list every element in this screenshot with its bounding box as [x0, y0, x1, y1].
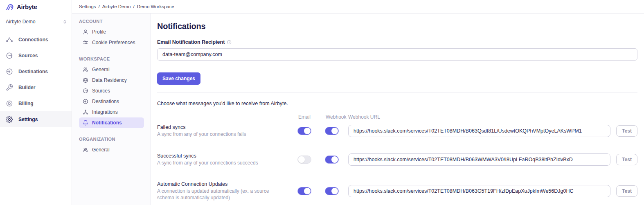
breadcrumb-separator: /: [133, 4, 134, 9]
wrench-icon: [6, 84, 13, 91]
email-toggle[interactable]: [297, 127, 311, 135]
workspace-selector[interactable]: Airbyte Demo: [0, 16, 72, 28]
settings-nav-label: Notifications: [92, 120, 122, 126]
notification-row-description: A sync from any of your connections fail…: [157, 131, 284, 138]
breadcrumb-demo-workspace[interactable]: Demo Workspace: [137, 4, 174, 9]
section-title: WORKSPACE: [79, 56, 144, 61]
column-header-webhook: Webhook: [325, 114, 348, 120]
page-title: Notifications: [157, 22, 637, 31]
column-header-webhook-url: Webhook URL: [348, 114, 610, 120]
section-title: ORGANIZATION: [79, 137, 144, 142]
settings-nav-item-sources[interactable]: Sources: [79, 86, 144, 96]
destination-icon: [6, 68, 13, 75]
table-header-row: Email Webhook Webhook URL: [157, 114, 637, 120]
airbyte-logo-icon: [5, 2, 14, 11]
settings-nav-item-notifications[interactable]: Notifications: [79, 117, 144, 128]
settings-nav-label: Cookie Preferences: [92, 40, 135, 45]
webhook-toggle[interactable]: [325, 127, 339, 135]
notification-row-description: A connection is updated automatically (e…: [157, 188, 284, 201]
settings-nav-section-workspace: WORKSPACE General: [79, 56, 144, 128]
users-icon: [83, 67, 88, 72]
settings-nav-item-integrations[interactable]: Integrations: [79, 107, 144, 117]
user-icon: [83, 29, 88, 35]
column-header-email: Email: [297, 114, 325, 120]
settings-nav-label: General: [92, 67, 110, 72]
settings-nav-label: Data Residency: [92, 77, 127, 83]
sidebar-item-builder[interactable]: Builder: [0, 79, 72, 95]
notifications-intro-text: Choose what messages you'd like to recei…: [157, 101, 637, 106]
email-toggle[interactable]: [297, 155, 311, 164]
sidebar-item-connections[interactable]: Connections: [0, 32, 72, 47]
test-webhook-button[interactable]: Test: [616, 154, 637, 165]
settings-nav-item-destinations[interactable]: Destinations: [79, 96, 144, 107]
test-webhook-button[interactable]: Test: [616, 125, 637, 137]
settings-nav-item-general[interactable]: General: [79, 64, 144, 75]
settings-nav: ACCOUNT Profile: [72, 14, 151, 205]
sidebar-item-billing[interactable]: Billing: [0, 95, 72, 111]
sidebar-item-label: Connections: [18, 37, 48, 43]
sliders-icon: [83, 40, 88, 45]
notifications-page: Notifications Email Notification Recipie…: [151, 14, 644, 205]
email-recipient-input[interactable]: [157, 48, 637, 61]
settings-nav-item-data-residency[interactable]: Data Residency: [79, 75, 144, 86]
save-changes-button[interactable]: Save changes: [157, 72, 200, 85]
info-icon[interactable]: [227, 40, 232, 45]
email-recipient-label: Email Notification Recipient: [157, 39, 225, 45]
main-sidebar: Airbyte Airbyte Demo Connections: [0, 0, 72, 205]
settings-nav-label: Profile: [92, 29, 106, 35]
workspace-selector-label: Airbyte Demo: [6, 19, 36, 25]
airbyte-wordmark: Airbyte: [17, 3, 37, 10]
notification-row-description: A sync from any of your connections succ…: [157, 160, 284, 167]
settings-nav-label: Destinations: [92, 99, 119, 104]
sidebar-item-label: Destinations: [18, 69, 48, 74]
breadcrumb-separator: /: [99, 4, 100, 9]
integrations-icon: [83, 109, 88, 115]
webhook-url-input[interactable]: [348, 185, 610, 197]
notification-row-title: Failed syncs: [157, 124, 284, 130]
settings-nav-label: Sources: [92, 88, 110, 94]
table-row: Successful syncs A sync from any of your…: [157, 153, 637, 167]
sidebar-item-label: Billing: [18, 101, 34, 106]
breadcrumb: Settings / Airbyte Demo / Demo Workspace: [72, 0, 644, 14]
table-row: Failed syncs A sync from any of your con…: [157, 124, 637, 138]
connections-icon: [6, 36, 13, 43]
settings-nav-label: Integrations: [92, 109, 118, 115]
bell-icon: [83, 120, 88, 126]
settings-nav-item-org-general[interactable]: General: [79, 144, 144, 155]
sidebar-item-label: Builder: [18, 85, 35, 90]
app-window: Airbyte Airbyte Demo Connections: [0, 0, 644, 205]
settings-nav-item-cookie-preferences[interactable]: Cookie Preferences: [79, 37, 144, 48]
globe-icon: [83, 77, 88, 83]
table-row: Automatic Connection Updates A connectio…: [157, 181, 637, 201]
source-icon: [83, 88, 88, 94]
email-toggle[interactable]: [297, 187, 311, 195]
notification-row-title: Successful syncs: [157, 153, 284, 159]
settings-nav-item-profile[interactable]: Profile: [79, 27, 144, 37]
billing-icon: [6, 100, 13, 107]
sidebar-item-label: Settings: [18, 117, 38, 122]
section-divider: [157, 92, 637, 92]
sidebar-item-settings[interactable]: Settings: [0, 111, 72, 127]
source-icon: [6, 52, 13, 59]
airbyte-logo[interactable]: Airbyte: [0, 0, 72, 14]
breadcrumb-settings[interactable]: Settings: [79, 4, 96, 9]
users-icon: [83, 147, 88, 153]
test-webhook-button[interactable]: Test: [616, 185, 637, 197]
destination-icon: [83, 99, 88, 104]
sidebar-item-sources[interactable]: Sources: [0, 47, 72, 63]
webhook-toggle[interactable]: [325, 187, 339, 195]
settings-nav-section-account: ACCOUNT Profile: [79, 19, 144, 48]
webhook-url-input[interactable]: [348, 153, 610, 166]
settings-nav-section-organization: ORGANIZATION General: [79, 137, 144, 155]
sidebar-item-label: Sources: [18, 53, 38, 59]
notification-settings-table: Email Webhook Webhook URL Failed syncs A…: [157, 114, 637, 201]
gear-icon: [6, 116, 13, 123]
notification-row-title: Automatic Connection Updates: [157, 181, 284, 187]
chevron-updown-icon: [63, 20, 67, 24]
sidebar-item-destinations[interactable]: Destinations: [0, 63, 72, 79]
breadcrumb-airbyte-demo[interactable]: Airbyte Demo: [102, 4, 131, 9]
section-title: ACCOUNT: [79, 19, 144, 24]
webhook-toggle[interactable]: [325, 155, 339, 164]
webhook-url-input[interactable]: [348, 125, 610, 137]
settings-nav-label: General: [92, 147, 110, 153]
